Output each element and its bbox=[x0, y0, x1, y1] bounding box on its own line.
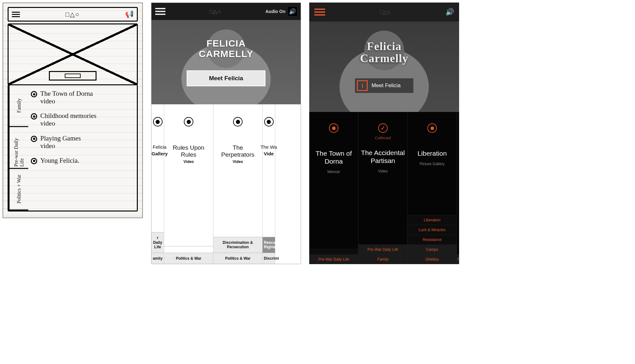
content-carousel[interactable]: The Town of Dorna Memoir . . . Pre-War D… bbox=[309, 112, 459, 264]
logo-icon: □△○ bbox=[380, 9, 391, 16]
card-type: Video bbox=[233, 159, 243, 164]
card-title: The Wa bbox=[259, 144, 279, 150]
card-type: Vide bbox=[264, 151, 274, 156]
list-item[interactable]: The Town of Dornavideo bbox=[31, 90, 134, 105]
tag[interactable]: Luck & Miracles bbox=[408, 225, 457, 235]
card-tags: Liberation Luck & Miracles Resistance Ca… bbox=[408, 215, 457, 264]
card-tags: . . . Pre-War Daily Life bbox=[309, 219, 358, 264]
audio-toggle[interactable]: Audio On 🔊 bbox=[265, 7, 297, 16]
content-card[interactable]: Liberation Picture Gallery Liberation Lu… bbox=[408, 112, 457, 264]
tag[interactable]: Resistance bbox=[408, 235, 457, 244]
card-type: Picture Gallery bbox=[420, 162, 445, 166]
content-card[interactable]: The Town of Dorna Memoir . . . Pre-War D… bbox=[309, 112, 358, 264]
card-type: Video bbox=[378, 169, 388, 173]
card-type: Memoir bbox=[327, 170, 340, 174]
sketch-topbar: □△○ 📢 bbox=[8, 7, 138, 22]
status-dot-icon bbox=[184, 117, 193, 127]
collected-check-icon bbox=[378, 123, 388, 133]
tag[interactable]: amily bbox=[151, 253, 164, 264]
meet-button[interactable]: i Meet Felicia bbox=[355, 78, 413, 93]
bullet-icon bbox=[31, 136, 37, 142]
card-title: The Town of Dorna bbox=[309, 149, 358, 165]
sketch-wireframe: □△○ 📢 Family Pre-war Daily Life Politics… bbox=[3, 3, 143, 218]
card-tags: Politics & War bbox=[164, 246, 213, 264]
tab-family[interactable]: Family bbox=[9, 85, 28, 127]
audio-label: Audio On bbox=[265, 9, 285, 14]
tag[interactable]: Pre-War Daily Life bbox=[309, 254, 358, 264]
grayscale-mockup: □△○ Audio On 🔊 FELICIACARMELLY Meet Feli… bbox=[151, 3, 301, 264]
card-type: Video bbox=[184, 159, 194, 164]
speaker-icon: 🔊 bbox=[288, 7, 297, 16]
content-card-peek[interactable]: Pre bbox=[457, 112, 459, 264]
tag[interactable]: Pre bbox=[457, 254, 459, 264]
bullet-icon bbox=[31, 113, 37, 120]
tab-politics[interactable]: Politics + War bbox=[9, 169, 28, 211]
card-title: The Perpetrators bbox=[213, 144, 262, 158]
logo-icon: □△○ bbox=[65, 10, 80, 18]
content-card[interactable]: g Felicia e Gallery r Daily Life amily bbox=[151, 104, 164, 264]
tag[interactable]: Camps bbox=[408, 244, 457, 254]
card-tags: . . . Pre-War Daily Life Family bbox=[358, 215, 407, 264]
tag bbox=[164, 246, 213, 253]
status-dot-icon bbox=[233, 117, 243, 127]
tag[interactable]: Discrimi bbox=[263, 253, 275, 264]
status-dot-icon bbox=[264, 117, 274, 127]
tag[interactable]: r Daily Life bbox=[151, 232, 164, 252]
tag[interactable]: Liberation bbox=[408, 215, 457, 225]
status-dot-icon bbox=[427, 123, 437, 133]
list-item[interactable]: Young Felicia. bbox=[31, 157, 134, 164]
speaker-icon[interactable]: 🔊 bbox=[445, 8, 454, 16]
tab-prewar[interactable]: Pre-war Daily Life bbox=[9, 127, 28, 169]
tag[interactable]: Politics & War bbox=[164, 253, 213, 264]
card-title: The Accidental Partisan bbox=[358, 149, 407, 165]
card-tags: Pre bbox=[457, 254, 459, 264]
item-text: Childhood memoriesvideo bbox=[40, 112, 97, 127]
info-icon: i bbox=[357, 80, 368, 91]
hero: FELICIACARMELLY Meet Felicia bbox=[151, 20, 301, 104]
collected-label: Collected bbox=[375, 135, 391, 140]
tag[interactable]: Ghettos bbox=[408, 254, 457, 264]
top-bar: □△○ Audio On 🔊 bbox=[151, 3, 301, 20]
tag[interactable]: Rescuer Righte bbox=[263, 237, 275, 253]
content-card[interactable]: The Perpetrators Video Discrimination & … bbox=[213, 104, 263, 264]
meet-button[interactable]: Meet Felicia bbox=[187, 70, 265, 86]
tag bbox=[309, 249, 358, 254]
content-card[interactable]: The Wa Vide Rescuer Righte Discrimi bbox=[263, 104, 275, 264]
sketch-meet-button[interactable] bbox=[49, 71, 97, 81]
status-dot-icon bbox=[153, 117, 163, 127]
hamburger-icon[interactable] bbox=[314, 7, 325, 17]
card-tags: Rescuer Righte Discrimi bbox=[263, 237, 275, 264]
tag[interactable]: Discrimination & Persecution bbox=[213, 237, 262, 253]
card-title: Rules Upon Rules bbox=[164, 144, 213, 158]
sketch-side-tabs: Family Pre-war Daily Life Politics + War bbox=[9, 85, 28, 211]
top-bar: □△○ 🔊 bbox=[309, 3, 459, 22]
item-text: Young Felicia. bbox=[40, 157, 79, 164]
tag[interactable]: Politics & War bbox=[213, 253, 262, 264]
list-item[interactable]: Childhood memoriesvideo bbox=[31, 112, 134, 127]
card-title: Liberation bbox=[415, 149, 449, 157]
status-dot-icon bbox=[329, 123, 338, 133]
speaker-icon[interactable]: 📢 bbox=[125, 10, 134, 18]
content-card[interactable]: Collected The Accidental Partisan Video … bbox=[358, 112, 408, 264]
list-item[interactable]: Playing Gamesvideo bbox=[31, 134, 134, 150]
tag[interactable]: Pre-War Daily Life bbox=[358, 244, 407, 254]
survivor-name: FELICIACARMELLY bbox=[199, 38, 253, 59]
item-text: Playing Gamesvideo bbox=[40, 134, 81, 150]
tag[interactable]: Family bbox=[358, 254, 407, 264]
hamburger-icon[interactable] bbox=[155, 6, 165, 16]
card-tags: Discrimination & Persecution Politics & … bbox=[213, 237, 262, 264]
item-text: The Town of Dornavideo bbox=[40, 90, 93, 105]
logo-icon: □△○ bbox=[210, 8, 221, 15]
hero: FeliciaCarmelly i Meet Felicia bbox=[309, 22, 459, 112]
sketch-item-list: The Town of Dornavideo Childhood memorie… bbox=[28, 85, 137, 211]
sketch-content: Family Pre-war Daily Life Politics + War… bbox=[8, 85, 138, 211]
meet-label: Meet Felicia bbox=[371, 82, 401, 89]
card-tags: r Daily Life amily bbox=[151, 232, 164, 264]
content-card[interactable]: Rules Upon Rules Video Politics & War bbox=[164, 104, 213, 264]
sketch-hero-placeholder bbox=[8, 23, 138, 85]
hamburger-icon[interactable] bbox=[12, 10, 20, 18]
bullet-icon bbox=[31, 91, 37, 97]
dark-theme-mockup: □△○ 🔊 FeliciaCarmelly i Meet Felicia The… bbox=[309, 3, 459, 264]
survivor-name: FeliciaCarmelly bbox=[360, 41, 408, 65]
content-carousel[interactable]: g Felicia e Gallery r Daily Life amily R… bbox=[151, 104, 301, 264]
